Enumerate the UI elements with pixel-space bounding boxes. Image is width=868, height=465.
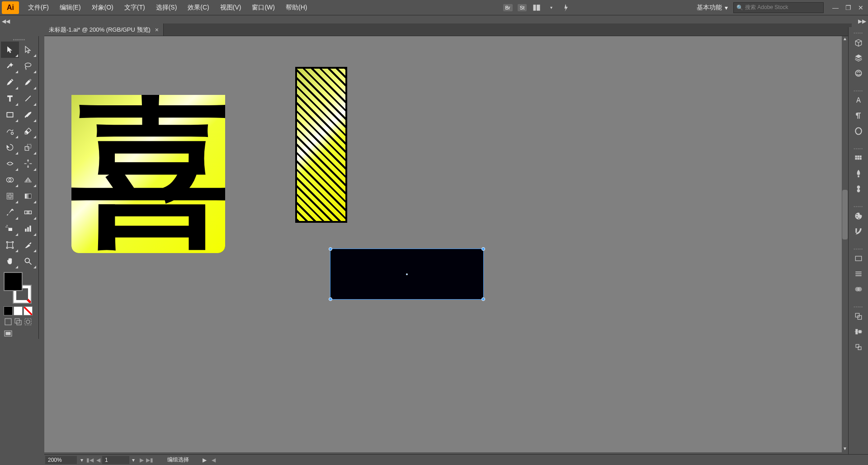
rectangle-tool[interactable] — [1, 107, 19, 123]
menu-type[interactable]: 文字(T) — [119, 2, 151, 14]
paragraph-panel-icon[interactable] — [851, 109, 866, 122]
hand-tool[interactable] — [1, 253, 19, 269]
close-button[interactable]: ✕ — [855, 4, 866, 12]
vertical-scrollbar[interactable]: ▲ ▼ — [842, 36, 848, 452]
selection-center[interactable] — [406, 273, 408, 275]
properties-panel-icon[interactable] — [851, 36, 866, 49]
panel-grip[interactable]: ▪▪▪▪▪ — [854, 146, 863, 149]
menu-window[interactable]: 窗口(W) — [246, 2, 280, 14]
menu-select[interactable]: 选择(S) — [151, 2, 183, 14]
gpu-icon[interactable] — [559, 2, 572, 13]
opentype-panel-icon[interactable] — [851, 125, 866, 137]
column-graph-tool[interactable] — [19, 221, 37, 237]
type-tool[interactable] — [1, 90, 19, 107]
collapse-right-icon[interactable]: ▶▶ — [858, 18, 866, 24]
transform-panel-icon[interactable] — [851, 341, 866, 353]
canvas[interactable]: 喜 — [44, 36, 842, 452]
scrollbar-thumb[interactable] — [842, 190, 848, 240]
gradient-mode-swatch[interactable] — [14, 306, 23, 315]
shape-builder-tool[interactable] — [1, 172, 19, 188]
next-artboard-icon[interactable]: ▶ — [137, 457, 146, 463]
panel-grip[interactable]: ▪▪▪▪▪ — [854, 31, 863, 33]
scroll-down-icon[interactable]: ▼ — [842, 446, 848, 452]
draw-behind-icon[interactable] — [14, 317, 23, 326]
layers-panel-icon[interactable] — [851, 52, 866, 64]
menu-edit[interactable]: 编辑(E) — [54, 2, 86, 14]
appearance-panel-icon[interactable] — [851, 252, 866, 265]
color-guide-panel-icon[interactable] — [851, 225, 866, 238]
direct-selection-tool[interactable] — [19, 42, 37, 58]
panel-grip[interactable]: ▪▪▪▪▪▪ — [1, 37, 38, 42]
transparency-panel-icon[interactable] — [851, 283, 866, 296]
stock-icon[interactable]: St — [516, 2, 528, 13]
none-mode-swatch[interactable] — [24, 306, 33, 315]
pathfinder-panel-icon[interactable] — [851, 310, 866, 323]
minimize-button[interactable]: — — [830, 4, 841, 12]
gradient-tool[interactable] — [19, 188, 37, 204]
draw-normal-icon[interactable] — [4, 317, 13, 326]
character-panel-icon[interactable] — [851, 94, 866, 107]
lasso-tool[interactable] — [19, 58, 37, 74]
screen-mode-icon[interactable] — [4, 329, 13, 338]
slice-tool[interactable] — [19, 237, 37, 253]
artwork-xi[interactable]: 喜 — [71, 95, 225, 253]
artboard-dropdown-icon[interactable]: ▾ — [129, 457, 137, 463]
pen-tool[interactable] — [1, 74, 19, 90]
restore-button[interactable]: ❐ — [843, 4, 854, 12]
artboard-input[interactable]: 1 — [102, 456, 129, 464]
free-transform-tool[interactable] — [19, 155, 37, 172]
menu-file[interactable]: 文件(F) — [23, 2, 54, 14]
mesh-tool[interactable] — [1, 188, 19, 204]
panel-grip[interactable]: ▪▪▪▪▪ — [854, 204, 863, 207]
eyedropper-tool[interactable] — [1, 204, 19, 221]
curvature-tool[interactable] — [19, 74, 37, 90]
search-input[interactable]: 🔍 搜索 Adobe Stock — [733, 2, 824, 13]
fill-stroke-control[interactable] — [4, 272, 35, 304]
magic-wand-tool[interactable] — [1, 58, 19, 74]
last-artboard-icon[interactable]: ▶▮ — [146, 457, 154, 463]
color-panel-icon[interactable] — [851, 210, 866, 222]
panel-grip[interactable]: ▪▪▪▪▪ — [854, 247, 863, 249]
rotate-tool[interactable] — [1, 139, 19, 155]
brushes-panel-icon[interactable] — [851, 167, 866, 180]
panel-grip[interactable]: ▪▪▪▪▪ — [854, 89, 863, 91]
arrange-dropdown-icon[interactable]: ▾ — [545, 2, 557, 13]
scale-tool[interactable] — [19, 139, 37, 155]
selection-handle[interactable] — [329, 247, 332, 251]
hscroll-left-icon[interactable]: ◀ — [209, 457, 217, 463]
menu-help[interactable]: 帮助(H) — [280, 2, 312, 14]
selection-tool[interactable] — [1, 42, 19, 58]
zoom-dropdown-icon[interactable]: ▾ — [78, 457, 86, 463]
symbols-panel-icon[interactable] — [851, 183, 866, 195]
stroke-panel-icon[interactable] — [851, 268, 866, 280]
symbol-sprayer-tool[interactable] — [1, 221, 19, 237]
artwork-hatched-rect[interactable] — [295, 67, 347, 223]
artboard-tool[interactable] — [1, 237, 19, 253]
line-tool[interactable] — [19, 90, 37, 107]
first-artboard-icon[interactable]: ▮◀ — [86, 457, 94, 463]
workspace-switcher[interactable]: 基本功能▾ — [693, 2, 731, 14]
menu-effect[interactable]: 效果(C) — [182, 2, 214, 14]
zoom-tool[interactable] — [19, 253, 37, 269]
fill-swatch[interactable] — [4, 272, 23, 291]
document-tab[interactable]: 未标题-1.ai* @ 200% (RGB/GPU 预览) × — [44, 23, 164, 36]
zoom-input[interactable]: 200% — [45, 456, 77, 464]
panel-grip[interactable]: ▪▪▪▪▪ — [854, 305, 863, 307]
blend-tool[interactable] — [19, 204, 37, 221]
color-mode-swatch[interactable] — [4, 306, 13, 315]
prev-artboard-icon[interactable]: ◀ — [94, 457, 102, 463]
perspective-grid-tool[interactable] — [19, 172, 37, 188]
menu-object[interactable]: 对象(O) — [86, 2, 119, 14]
collapse-left-icon[interactable]: ◀◀ — [2, 18, 10, 24]
eraser-tool[interactable] — [19, 123, 37, 139]
selection-handle[interactable] — [329, 297, 332, 301]
selection-handle[interactable] — [481, 297, 485, 301]
menu-view[interactable]: 视图(V) — [215, 2, 247, 14]
paintbrush-tool[interactable] — [19, 107, 37, 123]
libraries-panel-icon[interactable] — [851, 67, 866, 80]
selection-handle[interactable] — [481, 247, 485, 251]
selected-rectangle[interactable] — [330, 249, 484, 300]
width-tool[interactable] — [1, 155, 19, 172]
arrange-documents-icon[interactable] — [530, 2, 543, 13]
bridge-icon[interactable]: Br — [501, 2, 514, 13]
